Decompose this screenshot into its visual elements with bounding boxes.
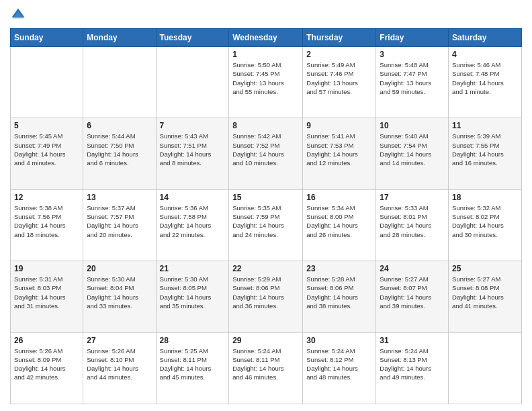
- day-number: 19: [14, 264, 79, 273]
- day-number: 18: [452, 193, 518, 202]
- calendar-table: SundayMondayTuesdayWednesdayThursdayFrid…: [10, 28, 522, 404]
- day-info: Sunrise: 5:27 AMSunset: 8:08 PMDaylight:…: [452, 275, 518, 310]
- day-number: 10: [380, 121, 445, 130]
- calendar-cell: 24Sunrise: 5:27 AMSunset: 8:07 PMDayligh…: [376, 261, 449, 332]
- calendar-cell: 8Sunrise: 5:42 AMSunset: 7:52 PMDaylight…: [229, 118, 303, 189]
- calendar-cell: [156, 47, 229, 118]
- day-info: Sunrise: 5:32 AMSunset: 8:02 PMDaylight:…: [452, 203, 518, 239]
- calendar-cell: [11, 47, 83, 118]
- day-number: 11: [452, 121, 518, 130]
- day-info: Sunrise: 5:43 AMSunset: 7:51 PMDaylight:…: [160, 132, 226, 167]
- calendar-cell: 3Sunrise: 5:48 AMSunset: 7:47 PMDaylight…: [376, 47, 449, 118]
- day-number: 6: [87, 121, 152, 130]
- day-info: Sunrise: 5:36 AMSunset: 7:58 PMDaylight:…: [160, 203, 226, 239]
- day-info: Sunrise: 5:44 AMSunset: 7:50 PMDaylight:…: [87, 132, 152, 167]
- day-header-sunday: Sunday: [11, 29, 83, 47]
- day-number: 28: [160, 336, 226, 345]
- day-number: 3: [380, 50, 445, 59]
- day-info: Sunrise: 5:35 AMSunset: 7:59 PMDaylight:…: [232, 203, 299, 239]
- day-info: Sunrise: 5:50 AMSunset: 7:45 PMDaylight:…: [232, 60, 299, 96]
- calendar-week-4: 19Sunrise: 5:31 AMSunset: 8:03 PMDayligh…: [11, 261, 522, 332]
- day-number: 5: [14, 121, 79, 130]
- logo-icon: [10, 7, 26, 23]
- calendar-cell: 21Sunrise: 5:30 AMSunset: 8:05 PMDayligh…: [156, 261, 229, 332]
- calendar-cell: 31Sunrise: 5:24 AMSunset: 8:13 PMDayligh…: [376, 332, 449, 404]
- calendar-cell: 23Sunrise: 5:28 AMSunset: 8:06 PMDayligh…: [303, 261, 376, 332]
- calendar-cell: 10Sunrise: 5:40 AMSunset: 7:54 PMDayligh…: [376, 118, 449, 189]
- day-number: 29: [232, 336, 299, 345]
- day-number: 25: [452, 264, 518, 273]
- calendar-cell: 2Sunrise: 5:49 AMSunset: 7:46 PMDaylight…: [303, 47, 376, 118]
- day-info: Sunrise: 5:26 AMSunset: 8:10 PMDaylight:…: [87, 347, 152, 382]
- day-header-tuesday: Tuesday: [156, 29, 229, 47]
- calendar-cell: 6Sunrise: 5:44 AMSunset: 7:50 PMDaylight…: [83, 118, 156, 189]
- day-info: Sunrise: 5:29 AMSunset: 8:06 PMDaylight:…: [232, 275, 299, 310]
- calendar-cell: 9Sunrise: 5:41 AMSunset: 7:53 PMDaylight…: [303, 118, 376, 189]
- calendar-cell: 13Sunrise: 5:37 AMSunset: 7:57 PMDayligh…: [83, 189, 156, 261]
- day-number: 31: [380, 336, 445, 345]
- day-info: Sunrise: 5:42 AMSunset: 7:52 PMDaylight:…: [232, 132, 299, 167]
- day-number: 22: [232, 264, 299, 273]
- day-info: Sunrise: 5:41 AMSunset: 7:53 PMDaylight:…: [306, 132, 372, 167]
- day-number: 17: [380, 193, 445, 202]
- calendar-cell: 25Sunrise: 5:27 AMSunset: 8:08 PMDayligh…: [449, 261, 522, 332]
- calendar-body: 1Sunrise: 5:50 AMSunset: 7:45 PMDaylight…: [11, 47, 522, 404]
- day-number: 21: [160, 264, 226, 273]
- days-header-row: SundayMondayTuesdayWednesdayThursdayFrid…: [11, 29, 522, 47]
- day-number: 7: [160, 121, 226, 130]
- day-info: Sunrise: 5:24 AMSunset: 8:11 PMDaylight:…: [232, 347, 299, 382]
- day-number: 1: [232, 50, 299, 59]
- calendar-cell: 4Sunrise: 5:46 AMSunset: 7:48 PMDaylight…: [449, 47, 522, 118]
- day-number: 4: [452, 50, 518, 59]
- day-number: 12: [14, 193, 79, 202]
- day-info: Sunrise: 5:25 AMSunset: 8:11 PMDaylight:…: [160, 347, 226, 382]
- header: [10, 7, 522, 23]
- day-info: Sunrise: 5:40 AMSunset: 7:54 PMDaylight:…: [380, 132, 445, 167]
- day-info: Sunrise: 5:38 AMSunset: 7:56 PMDaylight:…: [14, 203, 79, 239]
- day-number: 15: [232, 193, 299, 202]
- calendar-cell: 7Sunrise: 5:43 AMSunset: 7:51 PMDaylight…: [156, 118, 229, 189]
- page: SundayMondayTuesdayWednesdayThursdayFrid…: [0, 0, 532, 411]
- calendar-cell: 11Sunrise: 5:39 AMSunset: 7:55 PMDayligh…: [449, 118, 522, 189]
- logo: [10, 7, 29, 23]
- calendar-week-1: 1Sunrise: 5:50 AMSunset: 7:45 PMDaylight…: [11, 47, 522, 118]
- day-number: 30: [306, 336, 372, 345]
- calendar-cell: 29Sunrise: 5:24 AMSunset: 8:11 PMDayligh…: [229, 332, 303, 404]
- day-number: 26: [14, 336, 79, 345]
- day-number: 13: [87, 193, 152, 202]
- day-info: Sunrise: 5:30 AMSunset: 8:05 PMDaylight:…: [160, 275, 226, 310]
- day-number: 24: [380, 264, 445, 273]
- day-number: 27: [87, 336, 152, 345]
- day-info: Sunrise: 5:26 AMSunset: 8:09 PMDaylight:…: [14, 347, 79, 382]
- day-info: Sunrise: 5:34 AMSunset: 8:00 PMDaylight:…: [306, 203, 372, 239]
- day-header-wednesday: Wednesday: [229, 29, 303, 47]
- calendar-header: SundayMondayTuesdayWednesdayThursdayFrid…: [11, 29, 522, 47]
- day-info: Sunrise: 5:30 AMSunset: 8:04 PMDaylight:…: [87, 275, 152, 310]
- calendar-week-2: 5Sunrise: 5:45 AMSunset: 7:49 PMDaylight…: [11, 118, 522, 189]
- calendar-cell: [449, 332, 522, 404]
- calendar-cell: 18Sunrise: 5:32 AMSunset: 8:02 PMDayligh…: [449, 189, 522, 261]
- calendar-cell: [83, 47, 156, 118]
- day-header-thursday: Thursday: [303, 29, 376, 47]
- calendar-cell: 5Sunrise: 5:45 AMSunset: 7:49 PMDaylight…: [11, 118, 83, 189]
- day-number: 16: [306, 193, 372, 202]
- day-info: Sunrise: 5:24 AMSunset: 8:12 PMDaylight:…: [306, 347, 372, 382]
- calendar-cell: 22Sunrise: 5:29 AMSunset: 8:06 PMDayligh…: [229, 261, 303, 332]
- day-info: Sunrise: 5:46 AMSunset: 7:48 PMDaylight:…: [452, 60, 518, 96]
- day-info: Sunrise: 5:49 AMSunset: 7:46 PMDaylight:…: [306, 60, 372, 96]
- calendar-cell: 26Sunrise: 5:26 AMSunset: 8:09 PMDayligh…: [11, 332, 83, 404]
- day-info: Sunrise: 5:33 AMSunset: 8:01 PMDaylight:…: [380, 203, 445, 239]
- calendar-cell: 20Sunrise: 5:30 AMSunset: 8:04 PMDayligh…: [83, 261, 156, 332]
- calendar-cell: 15Sunrise: 5:35 AMSunset: 7:59 PMDayligh…: [229, 189, 303, 261]
- calendar-week-5: 26Sunrise: 5:26 AMSunset: 8:09 PMDayligh…: [11, 332, 522, 404]
- day-number: 23: [306, 264, 372, 273]
- calendar-cell: 1Sunrise: 5:50 AMSunset: 7:45 PMDaylight…: [229, 47, 303, 118]
- calendar-week-3: 12Sunrise: 5:38 AMSunset: 7:56 PMDayligh…: [11, 189, 522, 261]
- day-info: Sunrise: 5:24 AMSunset: 8:13 PMDaylight:…: [380, 347, 445, 382]
- calendar-cell: 14Sunrise: 5:36 AMSunset: 7:58 PMDayligh…: [156, 189, 229, 261]
- day-info: Sunrise: 5:27 AMSunset: 8:07 PMDaylight:…: [380, 275, 445, 310]
- calendar-cell: 17Sunrise: 5:33 AMSunset: 8:01 PMDayligh…: [376, 189, 449, 261]
- day-info: Sunrise: 5:31 AMSunset: 8:03 PMDaylight:…: [14, 275, 79, 310]
- day-info: Sunrise: 5:37 AMSunset: 7:57 PMDaylight:…: [87, 203, 152, 239]
- calendar-cell: 12Sunrise: 5:38 AMSunset: 7:56 PMDayligh…: [11, 189, 83, 261]
